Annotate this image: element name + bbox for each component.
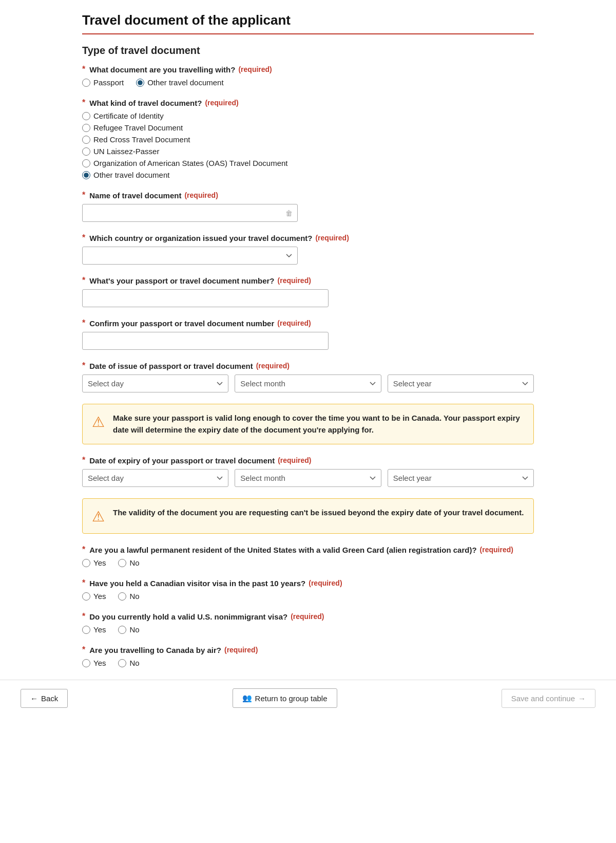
us-visa-no-label: No bbox=[129, 625, 139, 634]
kind-other-label: Other travel document bbox=[93, 171, 169, 179]
lawful-pr-options: Yes No bbox=[82, 558, 534, 567]
save-continue-button[interactable]: Save and continue → bbox=[502, 689, 595, 708]
kind-refugee-radio[interactable] bbox=[82, 124, 90, 132]
date-expiry-label-text: Date of expiry of your passport or trave… bbox=[89, 456, 275, 465]
section-title: Type of travel document bbox=[82, 45, 534, 57]
travelling-air-yes-radio[interactable] bbox=[82, 659, 90, 667]
lawful-pr-yes-option[interactable]: Yes bbox=[82, 558, 106, 567]
canadian-visa-yes-option[interactable]: Yes bbox=[82, 592, 106, 601]
issuing-country-label-text: Which country or organization issued you… bbox=[89, 234, 312, 242]
required-asterisk6: * bbox=[82, 319, 85, 328]
us-visa-no-radio[interactable] bbox=[118, 626, 126, 634]
kind-un-label: UN Laissez-Passer bbox=[93, 147, 159, 156]
kind-un-laissez[interactable]: UN Laissez-Passer bbox=[82, 147, 534, 156]
clear-icon: 🗑 bbox=[285, 209, 293, 217]
lawful-pr-no-radio[interactable] bbox=[118, 559, 126, 567]
what-kind-label-text: What kind of travel document? bbox=[89, 99, 202, 107]
lawful-pr-label: * Are you a lawful permanent resident of… bbox=[82, 545, 534, 554]
required-asterisk9: * bbox=[82, 545, 85, 554]
kind-oas-label: Organization of American States (OAS) Tr… bbox=[93, 159, 288, 167]
travelling-air-yes-label: Yes bbox=[93, 659, 106, 667]
travelling-air-field: * Are you travelling to Canada by air? (… bbox=[82, 645, 534, 667]
required-asterisk: * bbox=[82, 65, 85, 74]
us-visa-yes-radio[interactable] bbox=[82, 626, 90, 634]
canadian-visa-no-radio[interactable] bbox=[118, 592, 126, 601]
us-visa-yes-label: Yes bbox=[93, 625, 106, 634]
kind-redcross-radio[interactable] bbox=[82, 136, 90, 144]
us-visa-yes-option[interactable]: Yes bbox=[82, 625, 106, 634]
required-asterisk5: * bbox=[82, 276, 85, 285]
passport-number-required: (required) bbox=[278, 276, 311, 285]
issuing-country-label: * Which country or organization issued y… bbox=[82, 233, 534, 242]
passport-option[interactable]: Passport bbox=[82, 78, 124, 87]
date-issue-month-select[interactable]: Select month bbox=[235, 374, 381, 392]
issuing-country-select[interactable] bbox=[82, 247, 298, 265]
kind-cert-identity[interactable]: Certificate of Identity bbox=[82, 111, 534, 120]
what-kind-label: * What kind of travel document? (require… bbox=[82, 98, 534, 107]
passport-number-input[interactable] bbox=[82, 289, 329, 307]
date-expiry-year-select[interactable]: Select year bbox=[388, 469, 534, 487]
date-issue-day-select[interactable]: Select day bbox=[82, 374, 228, 392]
back-button[interactable]: ← Back bbox=[21, 689, 68, 708]
kind-redcross-label: Red Cross Travel Document bbox=[93, 135, 190, 144]
kind-other-radio[interactable] bbox=[82, 171, 90, 179]
lawful-pr-no-option[interactable]: No bbox=[118, 558, 139, 567]
kind-cert-radio[interactable] bbox=[82, 112, 90, 120]
date-expiry-label: * Date of expiry of your passport or tra… bbox=[82, 456, 534, 465]
travelling-air-no-radio[interactable] bbox=[118, 659, 126, 667]
lawful-pr-label-text: Are you a lawful permanent resident of t… bbox=[89, 546, 476, 554]
kind-oas[interactable]: Organization of American States (OAS) Tr… bbox=[82, 159, 534, 167]
issuing-country-required: (required) bbox=[315, 234, 349, 242]
passport-number-label: * What's your passport or travel documen… bbox=[82, 276, 534, 285]
save-continue-label: Save and continue bbox=[511, 694, 575, 703]
date-issue-year-select[interactable]: Select year bbox=[388, 374, 534, 392]
canadian-visa-label: * Have you held a Canadian visitor visa … bbox=[82, 578, 534, 588]
passport-validity-alert: ⚠ Make sure your passport is valid long … bbox=[82, 404, 534, 444]
canadian-visa-field: * Have you held a Canadian visitor visa … bbox=[82, 578, 534, 601]
other-doc-option[interactable]: Other travel document bbox=[136, 78, 223, 87]
what-document-required: (required) bbox=[238, 65, 272, 73]
passport-radio[interactable] bbox=[82, 79, 90, 87]
canadian-visa-no-option[interactable]: No bbox=[118, 592, 139, 601]
name-required: (required) bbox=[184, 191, 218, 199]
name-input-wrapper: 🗑 bbox=[82, 204, 298, 222]
kind-refugee[interactable]: Refugee Travel Document bbox=[82, 123, 534, 132]
return-group-button[interactable]: 👥 Return to group table bbox=[233, 688, 337, 708]
date-expiry-day-select[interactable]: Select day bbox=[82, 469, 228, 487]
passport-label: Passport bbox=[93, 78, 124, 87]
canadian-visa-no-label: No bbox=[129, 592, 139, 601]
confirm-number-input[interactable] bbox=[82, 332, 329, 350]
us-visa-no-option[interactable]: No bbox=[118, 625, 139, 634]
canadian-visa-label-text: Have you held a Canadian visitor visa in… bbox=[89, 579, 305, 588]
what-kind-required: (required) bbox=[205, 99, 238, 107]
confirm-number-label: * Confirm your passport or travel docume… bbox=[82, 319, 534, 328]
date-expiry-month-select[interactable]: Select month bbox=[235, 469, 381, 487]
kind-other[interactable]: Other travel document bbox=[82, 171, 534, 179]
other-doc-radio[interactable] bbox=[136, 79, 144, 87]
group-icon: 👥 bbox=[242, 694, 252, 703]
kind-un-radio[interactable] bbox=[82, 147, 90, 156]
back-label: Back bbox=[41, 694, 58, 703]
canadian-visa-yes-radio[interactable] bbox=[82, 592, 90, 601]
kind-oas-radio[interactable] bbox=[82, 159, 90, 167]
passport-number-label-text: What's your passport or travel document … bbox=[89, 276, 274, 285]
kind-red-cross[interactable]: Red Cross Travel Document bbox=[82, 135, 534, 144]
required-asterisk8: * bbox=[82, 456, 85, 465]
required-asterisk3: * bbox=[82, 191, 85, 200]
lawful-pr-field: * Are you a lawful permanent resident of… bbox=[82, 545, 534, 567]
required-asterisk12: * bbox=[82, 645, 85, 654]
required-asterisk2: * bbox=[82, 98, 85, 107]
passport-number-field: * What's your passport or travel documen… bbox=[82, 276, 534, 307]
date-expiry-field: * Date of expiry of your passport or tra… bbox=[82, 456, 534, 487]
lawful-pr-yes-radio[interactable] bbox=[82, 559, 90, 567]
travelling-air-yes-option[interactable]: Yes bbox=[82, 659, 106, 667]
us-visa-field: * Do you currently hold a valid U.S. non… bbox=[82, 612, 534, 634]
us-visa-required: (required) bbox=[291, 612, 324, 621]
travelling-air-no-option[interactable]: No bbox=[118, 659, 139, 667]
us-visa-label-text: Do you currently hold a valid U.S. nonim… bbox=[89, 612, 287, 621]
required-asterisk11: * bbox=[82, 612, 85, 621]
travelling-air-no-label: No bbox=[129, 659, 139, 667]
name-input[interactable] bbox=[82, 204, 298, 222]
required-asterisk7: * bbox=[82, 361, 85, 370]
date-issue-label-text: Date of issue of passport or travel docu… bbox=[89, 362, 253, 370]
